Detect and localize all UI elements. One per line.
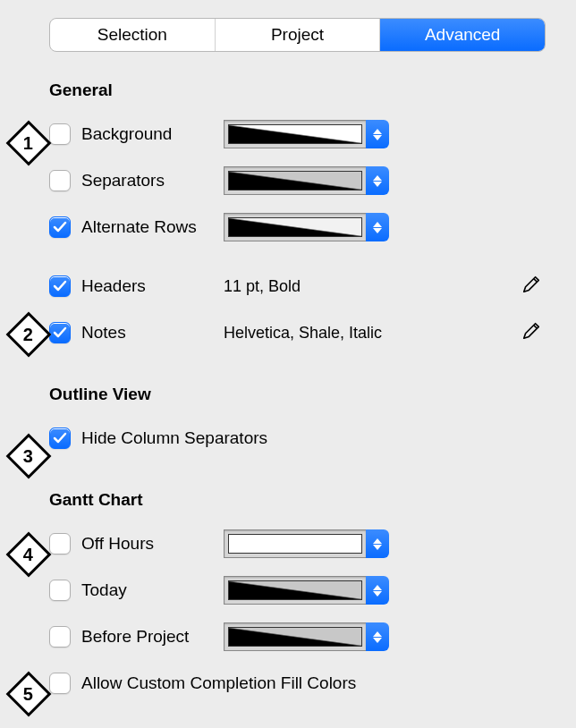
row-separators: Separators (49, 157, 549, 204)
checkbox-background[interactable] (49, 123, 71, 145)
section-title-general: General (49, 80, 549, 100)
chevrons-icon (366, 213, 389, 241)
swatch-separators (228, 171, 362, 190)
checkbox-separators[interactable] (49, 170, 71, 191)
checkbox-notes[interactable] (49, 322, 71, 343)
chevrons-icon (366, 120, 389, 148)
color-picker-separators[interactable] (224, 166, 389, 195)
row-alternate-rows: Alternate Rows (49, 204, 549, 250)
value-headers: 11 pt, Bold (224, 277, 301, 296)
chevrons-icon (366, 576, 389, 605)
checkbox-alternate-rows[interactable] (49, 216, 71, 238)
color-picker-before-project[interactable] (224, 622, 389, 651)
swatch-off-hours (228, 534, 362, 554)
row-headers: Headers 11 pt, Bold (49, 263, 549, 309)
chevrons-icon (366, 622, 389, 651)
label-off-hours: Off Hours (81, 534, 154, 554)
checkbox-before-project[interactable] (49, 626, 71, 648)
label-allow-custom-fill: Allow Custom Completion Fill Colors (81, 673, 356, 693)
pencil-icon[interactable] (521, 321, 541, 345)
chevrons-icon (366, 529, 389, 558)
label-headers: Headers (81, 276, 146, 296)
color-picker-off-hours[interactable] (224, 529, 389, 558)
label-alternate-rows: Alternate Rows (81, 217, 197, 237)
tab-advanced[interactable]: Advanced (380, 19, 545, 51)
tab-project[interactable]: Project (216, 19, 381, 51)
label-today: Today (81, 580, 127, 600)
pencil-icon[interactable] (521, 275, 541, 299)
checkbox-headers[interactable] (49, 275, 71, 297)
label-notes: Notes (81, 323, 126, 343)
color-picker-alternate-rows[interactable] (224, 213, 389, 241)
value-notes: Helvetica, Shale, Italic (224, 324, 382, 343)
section-title-gantt: Gantt Chart (49, 490, 549, 510)
label-background: Background (81, 124, 172, 144)
row-hide-column-separators: Hide Column Separators (49, 415, 549, 461)
swatch-background (228, 124, 362, 144)
color-picker-today[interactable] (224, 576, 389, 605)
checkbox-today[interactable] (49, 580, 71, 601)
row-before-project: Before Project (49, 614, 549, 660)
label-separators: Separators (81, 171, 165, 190)
checkbox-hide-column-separators[interactable] (49, 427, 71, 449)
label-before-project: Before Project (81, 627, 189, 647)
tab-bar: Selection Project Advanced (49, 18, 546, 52)
color-picker-background[interactable] (224, 120, 389, 148)
row-allow-custom-fill: Allow Custom Completion Fill Colors (49, 660, 549, 707)
row-today: Today (49, 567, 549, 614)
row-background: Background (49, 111, 549, 157)
swatch-before-project (228, 627, 362, 647)
row-off-hours: Off Hours (49, 521, 549, 567)
chevrons-icon (366, 166, 389, 195)
row-notes: Notes Helvetica, Shale, Italic (49, 309, 549, 356)
section-title-outline: Outline View (49, 385, 549, 404)
swatch-today (228, 580, 362, 600)
checkbox-off-hours[interactable] (49, 533, 71, 554)
swatch-alternate-rows (228, 217, 362, 237)
checkbox-allow-custom-fill[interactable] (49, 673, 71, 694)
label-hide-column-separators: Hide Column Separators (81, 428, 267, 448)
tab-selection[interactable]: Selection (50, 19, 216, 51)
